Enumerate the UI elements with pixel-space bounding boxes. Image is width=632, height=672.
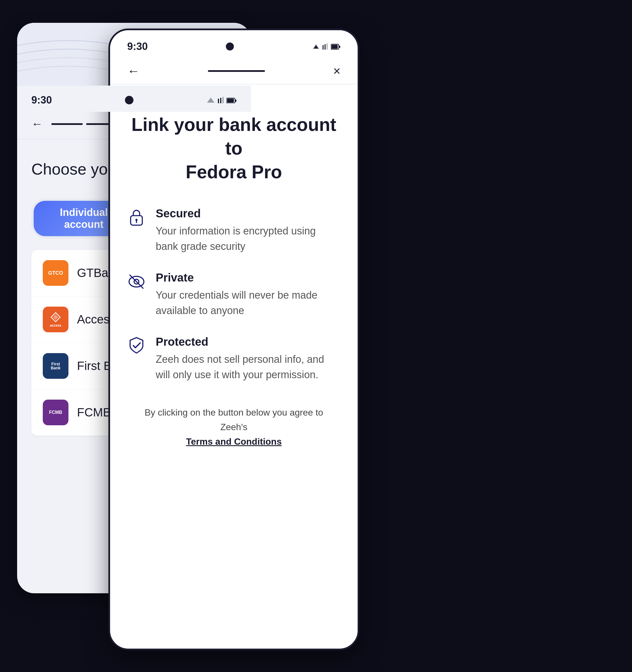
secured-title: Secured [156,207,341,220]
status-bar-front: 9:30 [110,30,358,58]
phone-front: 9:30 ← × Link your bank account to Fedor… [108,28,359,650]
bottom-text-main: By clicking on the button below you agre… [145,407,323,432]
private-title: Private [156,271,341,284]
link-title: Link your bank account to Fedora Pro [127,113,341,184]
bank-logo-fcmb: FCMB [43,400,69,425]
svg-rect-16 [339,46,340,48]
title-line3: Fedora Pro [186,162,282,182]
progress-front [208,70,265,72]
front-content: Link your bank account to Fedora Pro Sec… [110,90,358,472]
camera-front [226,43,234,50]
status-icons-front [312,43,341,50]
status-icons-back [206,97,237,103]
svg-rect-2 [220,98,221,103]
bank-logo-firstbank: First Bank [43,353,69,379]
svg-rect-6 [235,99,237,102]
protected-title: Protected [156,335,341,348]
access-text: access [50,323,61,328]
svg-rect-12 [324,44,326,50]
progress-back [51,123,118,125]
bank-name-fcmb: FCMB [77,406,111,419]
protected-desc: Zeeh does not sell personal info, and wi… [156,352,341,383]
svg-marker-0 [207,98,215,103]
svg-rect-13 [326,43,328,50]
svg-marker-8 [53,314,58,320]
title-line2: to [225,138,242,159]
bank-logo-access: access [43,307,69,332]
feature-protected: Protected Zeeh does not sell personal in… [127,335,341,383]
fcmb-text: FCMB [49,410,62,415]
svg-rect-11 [322,45,324,50]
back-arrow-front[interactable]: ← [127,64,140,78]
status-time-front: 9:30 [127,41,148,52]
nav-bar-front: ← × [110,58,358,84]
svg-rect-5 [227,99,234,103]
camera-back [125,96,133,104]
svg-rect-1 [218,99,219,103]
feature-private-text: Private Your credentials will never be m… [156,271,341,318]
secured-desc: Your information is encrypted using bank… [156,223,341,254]
status-bar-back: 9:30 [17,86,251,112]
shield-check-icon [127,337,147,357]
feature-secured: Secured Your information is encrypted us… [127,207,341,254]
bottom-text: By clicking on the button below you agre… [127,405,341,449]
close-button[interactable]: × [333,64,341,78]
feature-protected-text: Protected Zeeh does not sell personal in… [156,335,341,383]
gtco-text: GTCO [48,270,63,276]
title-line1: Link your bank account [131,114,336,135]
eye-slash-icon [127,272,147,292]
svg-rect-15 [332,45,338,49]
svg-rect-3 [222,97,224,103]
terms-link[interactable]: Terms and Conditions [133,434,335,449]
divider-front [110,84,358,85]
status-time-back: 9:30 [31,94,52,106]
back-arrow-back[interactable]: ← [31,118,43,130]
private-desc: Your credentials will never be made avai… [156,288,341,318]
lock-icon [127,208,147,228]
feature-secured-text: Secured Your information is encrypted us… [156,207,341,254]
bank-logo-gtbank: GTCO [43,260,69,286]
feature-private: Private Your credentials will never be m… [127,271,341,318]
